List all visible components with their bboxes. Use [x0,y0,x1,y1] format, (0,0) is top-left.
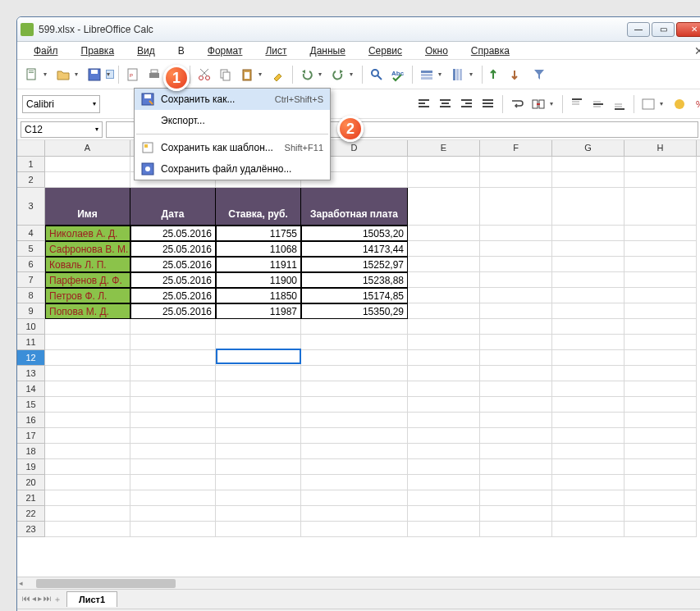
cell[interactable] [408,490,480,506]
cell[interactable] [480,475,552,490]
row-header[interactable]: 19 [17,459,45,475]
menu-help[interactable]: Справка [461,43,519,58]
cell[interactable] [301,413,408,428]
cell[interactable] [480,257,552,272]
table-cell[interactable]: Николаев А. Д. [45,226,130,241]
row-header[interactable]: 9 [17,303,45,319]
cell[interactable] [625,366,697,381]
cell[interactable] [480,350,552,366]
row-header[interactable]: 17 [17,428,45,444]
cell[interactable] [625,303,697,319]
cell[interactable] [408,241,480,257]
cell[interactable] [625,413,697,428]
cell[interactable] [130,366,216,381]
cell[interactable] [301,506,408,522]
col-header[interactable]: H [625,140,697,156]
cell[interactable] [625,459,697,475]
cell[interactable] [301,397,408,413]
cell[interactable] [301,350,408,366]
cell[interactable] [216,413,301,428]
export-pdf-icon[interactable]: P [123,65,143,84]
cell[interactable] [130,397,216,413]
cell[interactable] [45,366,130,381]
table-cell[interactable]: 15350,29 [301,303,408,319]
menu-item-save-remote[interactable]: Сохранить файл удалённо... [135,158,330,180]
currency-icon[interactable] [670,94,689,114]
table-cell[interactable]: Попова М. Д. [45,303,130,319]
cell[interactable] [216,335,301,350]
cell[interactable] [130,522,216,537]
cell[interactable] [408,172,480,188]
cell[interactable] [45,397,130,413]
cell[interactable] [625,490,697,506]
row-icon[interactable] [417,65,437,84]
align-center-icon[interactable] [436,94,455,114]
save-dropdown[interactable]: ▾ [106,70,114,79]
find-icon[interactable] [367,65,387,84]
cell[interactable] [480,319,552,335]
cell[interactable] [301,490,408,506]
row-header[interactable]: 7 [17,272,45,288]
menu-insert-truncated[interactable]: В [168,43,194,58]
cell[interactable] [130,459,216,475]
cell[interactable] [216,522,301,537]
table-cell[interactable]: 11068 [216,241,301,257]
cell[interactable] [130,319,216,335]
cell[interactable] [301,366,408,381]
cell[interactable] [552,350,625,366]
table-cell[interactable]: 25.05.2016 [130,257,216,272]
cell[interactable] [625,157,697,172]
table-cell[interactable]: 25.05.2016 [130,241,216,257]
cell[interactable] [45,172,130,188]
cell[interactable] [480,381,552,397]
cell[interactable] [552,288,625,303]
cell[interactable] [216,428,301,444]
column-icon[interactable] [448,65,468,84]
col-header[interactable]: E [408,140,480,156]
table-header-cell[interactable]: Дата [130,188,216,226]
cell[interactable] [625,188,697,226]
row-header[interactable]: 15 [17,397,45,413]
cell[interactable] [45,335,130,350]
cell[interactable] [130,413,216,428]
cell[interactable] [480,157,552,172]
menu-file[interactable]: Файл [24,43,68,58]
cell[interactable] [625,444,697,459]
menu-sheet[interactable]: Лист [255,43,296,58]
cell[interactable] [552,444,625,459]
cell[interactable] [480,366,552,381]
paste-icon[interactable] [237,65,257,84]
cell[interactable] [45,506,130,522]
new-dropdown[interactable]: ▾ [43,71,52,78]
menu-item-export[interactable]: Экспорт... [135,110,330,131]
cell[interactable] [625,172,697,188]
menu-window[interactable]: Окно [415,43,458,58]
col-header[interactable]: G [552,140,625,156]
cell[interactable] [480,506,552,522]
font-name-combo[interactable]: Calibri▾ [22,95,100,113]
menu-view[interactable]: Вид [127,43,165,58]
cell[interactable] [408,459,480,475]
cell[interactable] [480,226,552,241]
cell[interactable] [625,319,697,335]
row-header[interactable]: 18 [17,444,45,459]
cell[interactable] [625,428,697,444]
cell[interactable] [301,335,408,350]
cell[interactable] [45,444,130,459]
cell[interactable] [408,475,480,490]
cell[interactable] [45,475,130,490]
cell[interactable] [408,157,480,172]
table-cell[interactable]: Петров Ф. Л. [45,288,130,303]
cell[interactable] [408,226,480,241]
table-cell[interactable]: Парфенов Д. Ф. [45,272,130,288]
cell[interactable] [480,303,552,319]
align-justify-icon[interactable] [478,94,498,114]
cell[interactable] [408,350,480,366]
cell[interactable] [45,490,130,506]
cell[interactable] [408,188,480,226]
cell[interactable] [216,506,301,522]
cell[interactable] [625,397,697,413]
cell[interactable] [552,522,625,537]
table-cell[interactable]: 11911 [216,257,301,272]
row-header[interactable]: 4 [17,226,45,241]
